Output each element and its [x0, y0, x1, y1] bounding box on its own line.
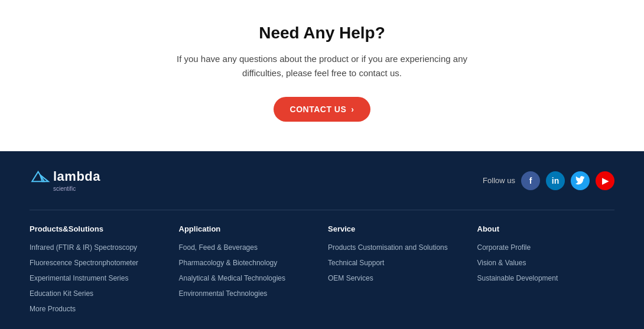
help-heading: Need Any Help?: [12, 24, 632, 43]
twitter-icon[interactable]: [571, 171, 590, 190]
vision-link[interactable]: Vision & Values: [477, 259, 526, 267]
service-list: Products Customisation and Solutions Tec…: [328, 242, 466, 283]
logo-sub: scientific: [53, 185, 76, 192]
list-item: Analytical & Medical Technologies: [179, 272, 317, 283]
footer-top: lambda scientific Follow us f in ▶: [30, 169, 614, 204]
fluorescence-link[interactable]: Fluorescence Spectronphotometer: [30, 259, 138, 267]
pharma-link[interactable]: Pharmacology & Biotechnology: [179, 259, 278, 267]
list-item: Corporate Profile: [477, 242, 615, 252]
logo: lambda: [30, 169, 100, 184]
logo-name: lambda: [53, 169, 100, 184]
education-kit-link[interactable]: Education Kit Series: [30, 289, 93, 298]
footer-col-service: Service Products Customisation and Solut…: [328, 224, 466, 318]
sustainable-link[interactable]: Sustainable Development: [477, 274, 558, 282]
more-products-link[interactable]: More Products: [30, 305, 76, 313]
list-item: Technical Support: [328, 257, 466, 268]
facebook-icon[interactable]: f: [521, 171, 540, 190]
list-item: Experimental Instrument Series: [30, 272, 167, 283]
footer-col-application: Application Food, Feed & Beverages Pharm…: [179, 224, 317, 318]
about-heading: About: [477, 224, 615, 233]
application-list: Food, Feed & Beverages Pharmacology & Bi…: [179, 242, 317, 298]
list-item: Vision & Values: [477, 257, 615, 268]
products-list: Infrared (FTIR & IR) Spectroscopy Fluore…: [30, 242, 167, 314]
list-item: Food, Feed & Beverages: [179, 242, 317, 252]
linkedin-icon[interactable]: in: [546, 171, 565, 190]
contact-us-button[interactable]: CONTACT US ›: [274, 97, 371, 122]
experimental-link[interactable]: Experimental Instrument Series: [30, 274, 128, 282]
service-heading: Service: [328, 224, 466, 233]
list-item: Infrared (FTIR & IR) Spectroscopy: [30, 242, 167, 252]
application-heading: Application: [179, 224, 317, 233]
analytical-link[interactable]: Analytical & Medical Technologies: [179, 274, 286, 282]
corporate-link[interactable]: Corporate Profile: [477, 243, 531, 252]
list-item: Sustainable Development: [477, 272, 615, 283]
list-item: Fluorescence Spectronphotometer: [30, 257, 167, 268]
social-area: Follow us f in ▶: [483, 171, 614, 190]
footer: lambda scientific Follow us f in ▶ Produ…: [0, 151, 644, 329]
infrared-link[interactable]: Infrared (FTIR & IR) Spectroscopy: [30, 243, 137, 252]
follow-label: Follow us: [483, 176, 515, 185]
list-item: OEM Services: [328, 272, 466, 283]
about-list: Corporate Profile Vision & Values Sustai…: [477, 242, 615, 283]
youtube-icon[interactable]: ▶: [596, 171, 614, 190]
list-item: Products Customisation and Solutions: [328, 242, 466, 252]
list-item: Education Kit Series: [30, 288, 167, 298]
footer-col-about: About Corporate Profile Vision & Values …: [477, 224, 615, 318]
oem-link[interactable]: OEM Services: [328, 274, 373, 282]
help-description: If you have any questions about the prod…: [168, 52, 476, 80]
list-item: Pharmacology & Biotechnology: [179, 257, 317, 268]
footer-top-divider: [30, 210, 614, 210]
customisation-link[interactable]: Products Customisation and Solutions: [328, 243, 448, 252]
chevron-right-icon: ›: [351, 105, 354, 114]
products-heading: Products&Solutions: [30, 224, 167, 233]
list-item: Environmental Technologies: [179, 288, 317, 298]
list-item: More Products: [30, 303, 167, 314]
footer-col-products: Products&Solutions Infrared (FTIR & IR) …: [30, 224, 167, 318]
help-section: Need Any Help? If you have any questions…: [0, 0, 644, 151]
logo-area: lambda scientific: [30, 169, 100, 192]
lambda-logo-icon: [30, 170, 51, 183]
technical-support-link[interactable]: Technical Support: [328, 259, 384, 267]
footer-columns: Products&Solutions Infrared (FTIR & IR) …: [30, 224, 614, 329]
food-link[interactable]: Food, Feed & Beverages: [179, 243, 258, 252]
environmental-link[interactable]: Environmental Technologies: [179, 289, 268, 298]
